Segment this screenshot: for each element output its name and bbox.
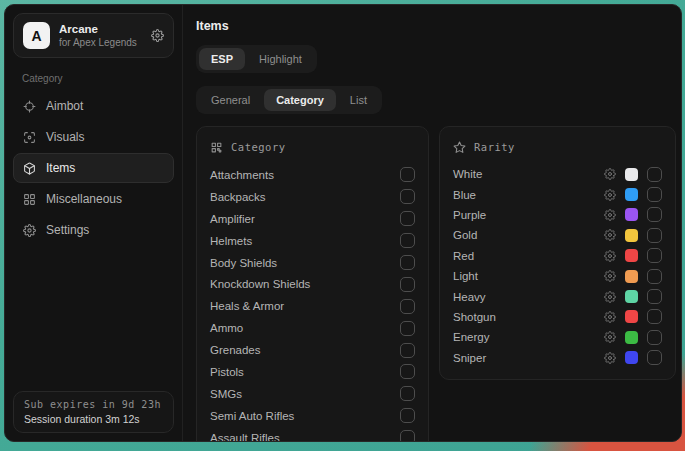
checkbox[interactable] [400,233,415,248]
rarity-row-label: Gold [453,229,477,241]
gear-icon [23,224,36,237]
checkbox[interactable] [400,386,415,401]
rarity-row-label: Heavy [453,291,486,303]
sidebar-item-settings[interactable]: Settings [13,215,174,245]
rarity-row-controls [604,289,662,304]
gear-icon[interactable] [604,168,616,180]
gear-icon[interactable] [151,29,164,42]
color-swatch[interactable] [625,351,638,364]
category-row-label: Assault Rifles [210,432,280,442]
sidebar-item-label: Visuals [46,130,84,144]
rarity-panel-title: Rarity [474,141,515,153]
panels-row: Category AttachmentsBackpacksAmplifierHe… [196,126,676,442]
color-swatch[interactable] [625,208,638,221]
gear-icon[interactable] [604,229,616,241]
rarity-row: Purple [453,205,662,225]
rarity-row: Heavy [453,286,662,306]
checkbox[interactable] [647,330,662,345]
checkbox[interactable] [400,189,415,204]
rarity-row: Shotgun [453,307,662,327]
checkbox[interactable] [400,211,415,226]
tab-category[interactable]: Category [264,89,336,111]
checkbox[interactable] [400,277,415,292]
gear-icon[interactable] [604,189,616,201]
checkbox[interactable] [647,269,662,284]
gear-icon[interactable] [604,311,616,323]
checkbox[interactable] [400,364,415,379]
gear-icon[interactable] [604,209,616,221]
checkbox[interactable] [400,430,415,442]
rarity-row-label: White [453,168,482,180]
gear-icon[interactable] [604,270,616,282]
rarity-row-label: Red [453,250,474,262]
rarity-row: White [453,164,662,184]
color-swatch[interactable] [625,229,638,242]
category-row-label: SMGs [210,388,242,400]
category-row-label: Ammo [210,322,243,334]
color-swatch[interactable] [625,270,638,283]
page-title: Items [196,19,676,33]
color-swatch[interactable] [625,168,638,181]
checkbox[interactable] [647,207,662,222]
category-row-label: Body Shields [210,257,277,269]
rarity-row-label: Blue [453,189,476,201]
sidebar-item-label: Items [46,161,75,175]
checkbox[interactable] [647,309,662,324]
category-panel-header: Category [210,138,415,156]
rarity-row: Sniper [453,348,662,368]
checkbox[interactable] [400,255,415,270]
tab-highlight[interactable]: Highlight [247,48,314,70]
checkbox[interactable] [647,228,662,243]
rarity-panel-header: Rarity [453,138,662,156]
checkbox[interactable] [647,350,662,365]
brand-card: A Arcane for Apex Legends [13,13,174,58]
color-swatch[interactable] [625,290,638,303]
color-swatch[interactable] [625,249,638,262]
rarity-row-controls [604,309,662,324]
rarity-row: Blue [453,184,662,204]
rarity-row-controls [604,187,662,202]
checkbox[interactable] [647,187,662,202]
rarity-row: Energy [453,327,662,347]
checkbox[interactable] [400,167,415,182]
gear-icon[interactable] [604,250,616,262]
gear-icon[interactable] [604,291,616,303]
checkbox[interactable] [400,299,415,314]
main-content: Items ESPHighlight GeneralCategoryList C… [183,5,682,441]
category-row-label: Attachments [210,169,274,181]
category-row-label: Backpacks [210,191,266,203]
checkbox[interactable] [647,167,662,182]
tab-esp[interactable]: ESP [199,48,245,70]
sidebar-item-label: Settings [46,223,89,237]
category-row-label: Semi Auto Rifles [210,410,294,422]
rarity-row-label: Energy [453,331,489,343]
sidebar-item-items[interactable]: Items [13,153,174,183]
color-swatch[interactable] [625,310,638,323]
checkbox[interactable] [400,408,415,423]
subscription-status-card: Sub expires in 9d 23h Session duration 3… [13,391,174,433]
rarity-row-controls [604,248,662,263]
category-row: Assault Rifles [210,427,415,442]
color-swatch[interactable] [625,188,638,201]
checkbox[interactable] [647,289,662,304]
tab-list[interactable]: List [338,89,379,111]
sidebar-spacer [13,245,174,391]
category-row: Backpacks [210,186,415,208]
sidebar-section-label: Category [22,73,165,84]
tab-general[interactable]: General [199,89,262,111]
sidebar: A Arcane for Apex Legends Category Aimbo… [5,5,183,441]
checkbox[interactable] [400,343,415,358]
rarity-row-label: Purple [453,209,486,221]
category-row: Heals & Armor [210,295,415,317]
sidebar-item-miscellaneous[interactable]: Miscellaneous [13,184,174,214]
sidebar-item-aimbot[interactable]: Aimbot [13,91,174,121]
color-swatch[interactable] [625,331,638,344]
rarity-row-controls [604,167,662,182]
checkbox[interactable] [647,248,662,263]
gear-icon[interactable] [604,352,616,364]
category-row-label: Grenades [210,344,261,356]
gear-icon[interactable] [604,331,616,343]
checkbox[interactable] [400,321,415,336]
sidebar-item-visuals[interactable]: Visuals [13,122,174,152]
rarity-row: Light [453,266,662,286]
